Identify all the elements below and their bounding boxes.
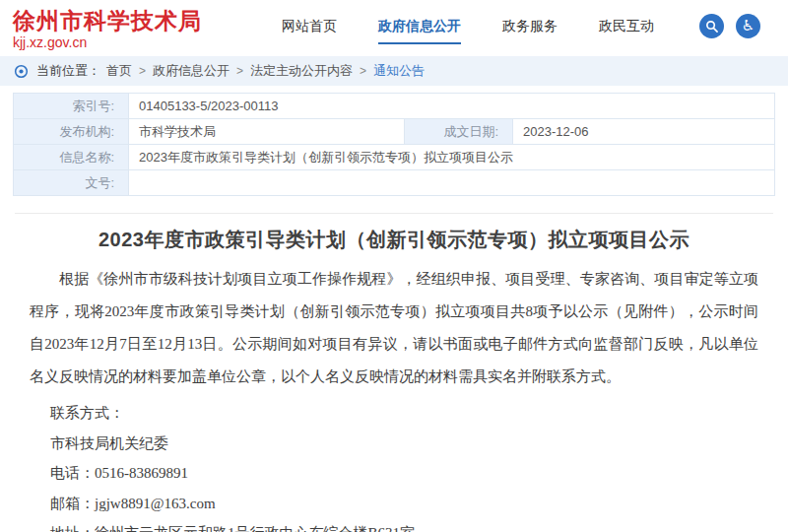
document-meta: 索引号: 01405133-5/2023-00113 发布机构: 市科学技术局 … xyxy=(0,86,788,196)
issue-date-value: 2023-12-06 xyxy=(513,119,775,145)
contact-phone-1: 电话：0516-83869891 xyxy=(30,464,758,484)
breadcrumb-item-public-content[interactable]: 法定主动公开内容 xyxy=(250,62,353,80)
table-row: 索引号: 01405133-5/2023-00113 xyxy=(14,94,775,119)
breadcrumb-separator: > xyxy=(360,64,366,78)
article-paragraph: 根据《徐州市市级科技计划项目立项工作操作规程》，经组织申报、项目受理、专家咨询、… xyxy=(30,263,758,393)
nav-item-interaction[interactable]: 政民互动 xyxy=(599,18,654,44)
info-name-value: 2023年度市政策引导类计划（创新引领示范专项）拟立项项目公示 xyxy=(129,145,775,170)
breadcrumb: 当前位置： 首页 > 政府信息公开 > 法定主动公开内容 > 通知公告 xyxy=(0,56,788,86)
issuing-agency-label: 发布机构: xyxy=(14,119,129,145)
accessibility-icon[interactable]: ♿ xyxy=(736,14,760,38)
meta-table: 索引号: 01405133-5/2023-00113 发布机构: 市科学技术局 … xyxy=(13,93,775,196)
site-title: 徐州市科学技术局 xyxy=(13,8,202,33)
table-row: 文号: xyxy=(14,170,775,196)
search-icon[interactable] xyxy=(699,14,724,38)
site-brand: 徐州市科学技术局 kjj.xz.gov.cn xyxy=(13,8,202,51)
issuing-agency-value: 市科学技术局 xyxy=(129,119,405,145)
nav-item-services[interactable]: 政务服务 xyxy=(502,18,558,44)
article-body: 根据《徐州市市级科技计划项目立项工作操作规程》，经组织申报、项目受理、专家咨询、… xyxy=(30,263,758,532)
article: 2023年度市政策引导类计划（创新引领示范专项）拟立项项目公示 根据《徐州市市级… xyxy=(0,214,788,532)
contact-office: 市科技局机关纪委 xyxy=(30,434,758,454)
doc-number-value xyxy=(129,170,775,196)
location-pin-icon xyxy=(14,64,29,79)
table-row: 发布机构: 市科学技术局 成文日期: 2023-12-06 xyxy=(14,119,775,145)
breadcrumb-separator: > xyxy=(139,64,146,78)
nav-item-gov-info[interactable]: 政府信息公开 xyxy=(378,18,461,44)
index-number-value: 01405133-5/2023-00113 xyxy=(129,94,775,119)
main-nav: 网站首页 政府信息公开 政务服务 政民互动 ♿ xyxy=(240,14,760,47)
table-row: 信息名称: 2023年度市政策引导类计划（创新引领示范专项）拟立项项目公示 xyxy=(14,145,775,170)
doc-number-label: 文号: xyxy=(14,170,129,196)
site-domain: kjj.xz.gov.cn xyxy=(13,34,202,50)
breadcrumb-item-gov-info[interactable]: 政府信息公开 xyxy=(153,62,230,80)
breadcrumb-separator: > xyxy=(236,64,243,78)
contact-address: 地址：徐州市云龙区元和路1号行政中心东综合楼B631室 xyxy=(30,524,758,532)
breadcrumb-prefix: 当前位置： xyxy=(36,62,100,80)
contact-heading: 联系方式： xyxy=(30,404,758,424)
issue-date-label: 成文日期: xyxy=(405,119,513,145)
breadcrumb-item-home[interactable]: 首页 xyxy=(106,62,132,80)
nav-icon-group: ♿ xyxy=(688,14,760,38)
nav-item-home[interactable]: 网站首页 xyxy=(282,18,337,44)
site-header: 徐州市科学技术局 kjj.xz.gov.cn 网站首页 政府信息公开 政务服务 … xyxy=(0,0,788,56)
breadcrumb-item-notices[interactable]: 通知公告 xyxy=(373,62,425,80)
page-title: 2023年度市政策引导类计划（创新引领示范专项）拟立项项目公示 xyxy=(30,227,758,253)
index-number-label: 索引号: xyxy=(14,94,129,119)
info-name-label: 信息名称: xyxy=(14,145,129,170)
contact-email: 邮箱：jgjw8891@163.com xyxy=(30,495,758,514)
